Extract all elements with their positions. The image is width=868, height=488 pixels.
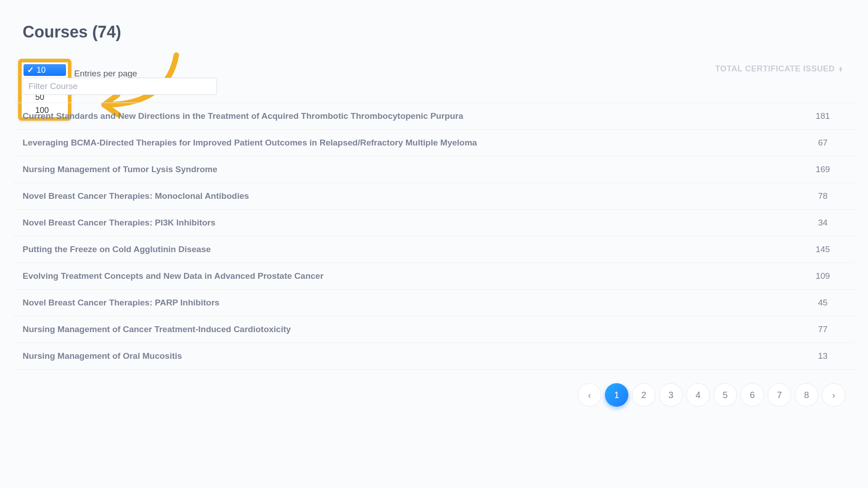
column-header-label: TOTAL CERTIFICATE ISSUED xyxy=(715,64,835,74)
entries-option-label: 10 xyxy=(37,66,46,75)
filter-course-input[interactable] xyxy=(23,78,217,95)
table-row[interactable]: Novel Breast Cancer Therapies: Monoclona… xyxy=(14,183,854,210)
table-row[interactable]: Evolving Treatment Concepts and New Data… xyxy=(14,263,854,290)
table-row[interactable]: Putting the Freeze on Cold Agglutinin Di… xyxy=(14,236,854,263)
page-prev-button[interactable]: ‹ xyxy=(578,383,601,407)
course-count: 109 xyxy=(809,271,836,281)
column-header-total-certificates[interactable]: TOTAL CERTIFICATE ISSUED ▲▼ xyxy=(715,64,843,74)
table-row[interactable]: Nursing Management of Tumor Lysis Syndro… xyxy=(14,156,854,183)
page-title: Courses (74) xyxy=(23,23,854,42)
course-count: 67 xyxy=(809,138,836,148)
sort-icon: ▲▼ xyxy=(839,66,843,72)
course-name: Novel Breast Cancer Therapies: PARP Inhi… xyxy=(23,298,219,308)
table-row[interactable]: Novel Breast Cancer Therapies: PI3K Inhi… xyxy=(14,210,854,236)
page-button-5[interactable]: 5 xyxy=(713,383,737,407)
table-row[interactable]: Leveraging BCMA-Directed Therapies for I… xyxy=(14,130,854,156)
table-row[interactable]: Novel Breast Cancer Therapies: PARP Inhi… xyxy=(14,290,854,316)
entries-option-10[interactable]: ✓10 xyxy=(24,64,66,76)
course-count: 181 xyxy=(809,111,836,121)
pagination: ‹12345678› xyxy=(14,383,854,407)
page-next-button[interactable]: › xyxy=(822,383,845,407)
course-name: Novel Breast Cancer Therapies: PI3K Inhi… xyxy=(23,218,216,228)
page-button-8[interactable]: 8 xyxy=(795,383,818,407)
course-count: 13 xyxy=(809,351,836,361)
course-name: Nursing Management of Cancer Treatment-I… xyxy=(23,324,291,334)
course-count: 34 xyxy=(809,218,836,228)
course-name: Nursing Management of Tumor Lysis Syndro… xyxy=(23,164,217,174)
page-button-3[interactable]: 3 xyxy=(659,383,683,407)
course-count: 78 xyxy=(809,191,836,201)
table-row[interactable]: Current Standards and New Directions in … xyxy=(14,103,854,130)
check-icon: ✓ xyxy=(27,65,34,75)
courses-table: Current Standards and New Directions in … xyxy=(14,103,854,370)
page-button-4[interactable]: 4 xyxy=(686,383,710,407)
course-name: Putting the Freeze on Cold Agglutinin Di… xyxy=(23,244,211,254)
page-button-1[interactable]: 1 xyxy=(605,383,628,407)
table-row[interactable]: Nursing Management of Oral Mucositis13 xyxy=(14,343,854,370)
course-name: Evolving Treatment Concepts and New Data… xyxy=(23,271,324,281)
course-name: Novel Breast Cancer Therapies: Monoclona… xyxy=(23,191,249,201)
course-count: 45 xyxy=(809,298,836,308)
course-count: 169 xyxy=(809,164,836,174)
course-name: Current Standards and New Directions in … xyxy=(23,111,463,121)
page-button-2[interactable]: 2 xyxy=(632,383,656,407)
course-name: Leveraging BCMA-Directed Therapies for I… xyxy=(23,138,477,148)
table-row[interactable]: Nursing Management of Cancer Treatment-I… xyxy=(14,316,854,343)
page-button-6[interactable]: 6 xyxy=(741,383,764,407)
page-button-7[interactable]: 7 xyxy=(768,383,791,407)
entries-label: Entries per page xyxy=(74,69,137,79)
course-name: Nursing Management of Oral Mucositis xyxy=(23,351,182,361)
course-count: 145 xyxy=(809,244,836,254)
course-count: 77 xyxy=(809,324,836,334)
